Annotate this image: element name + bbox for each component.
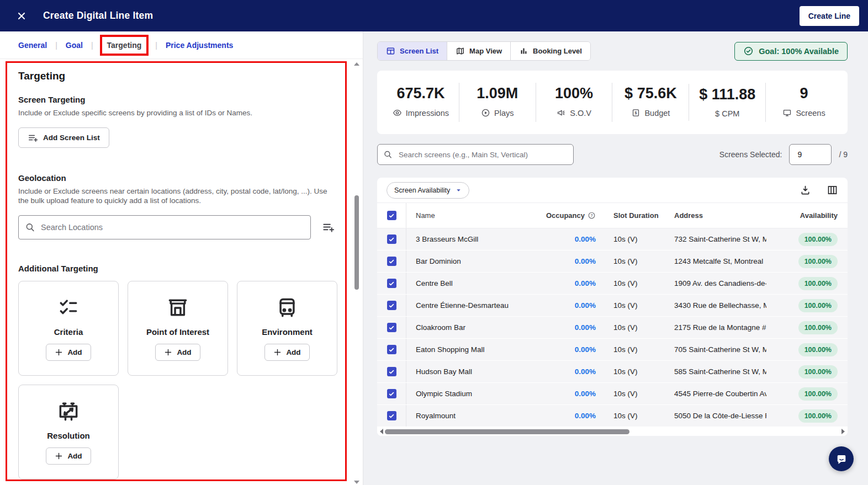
table-horizontal-scrollbar[interactable] (377, 427, 848, 436)
column-header-availability[interactable]: Availability (766, 211, 848, 220)
screen-name: Eaton Shopping Mall (406, 345, 542, 354)
occupancy-value[interactable]: 0.00% (542, 345, 596, 354)
search-screens-input[interactable] (377, 144, 574, 165)
table-row[interactable]: Centre Étienne-Desmarteau 0.00% 10s (V) … (377, 295, 848, 317)
page-title: Create Digital Line Item (43, 10, 153, 22)
plus-icon (164, 348, 172, 356)
checklist-icon (56, 296, 81, 320)
download-icon (800, 184, 811, 196)
row-checkbox[interactable] (387, 279, 396, 288)
screen-name: Olympic Stadium (406, 390, 542, 398)
slot-duration: 10s (V) (596, 301, 658, 310)
occupancy-value[interactable]: 0.00% (542, 279, 596, 287)
row-checkbox[interactable] (387, 257, 396, 266)
table-row[interactable]: Hudson Bay Mall 0.00% 10s (V) 585 Saint-… (377, 361, 848, 383)
availability-badge: 100.00% (798, 321, 838, 334)
occupancy-value[interactable]: 0.00% (542, 257, 596, 265)
help-icon[interactable]: ? (588, 211, 596, 220)
screen-availability-filter[interactable]: Screen Availability (387, 182, 469, 199)
scroll-down-arrow[interactable] (354, 481, 359, 484)
targeting-heading: Targeting (18, 70, 334, 82)
occupancy-value[interactable]: 0.00% (542, 323, 596, 332)
left-panel-scrollbar[interactable] (353, 62, 360, 484)
row-checkbox[interactable] (387, 411, 396, 420)
scroll-right-arrow[interactable] (841, 429, 845, 434)
targeting-section-annotation: Targeting Screen Targeting Include or Ex… (6, 61, 347, 481)
occupancy-value[interactable]: 0.00% (542, 367, 596, 376)
point-of-interest-card: Point of Interest Add (128, 281, 228, 376)
row-checkbox[interactable] (387, 389, 396, 398)
form-tabs: General | Goal | Targeting | Price Adjus… (0, 31, 363, 59)
row-checkbox[interactable] (387, 301, 396, 310)
table-row[interactable]: 3 Brasseurs McGill 0.00% 10s (V) 732 Sai… (377, 228, 848, 251)
row-checkbox[interactable] (387, 234, 396, 244)
card-label: Point of Interest (146, 327, 209, 337)
availability-badge: 100.00% (798, 343, 838, 356)
chevron-down-icon (456, 187, 462, 193)
column-header-slot-duration[interactable]: Slot Duration (596, 211, 658, 220)
tab-targeting[interactable]: Targeting (100, 35, 149, 56)
scrollbar-thumb[interactable] (354, 195, 359, 289)
environment-card: Environment Add (237, 281, 337, 376)
column-header-name[interactable]: Name (406, 211, 542, 220)
screen-name: Cloakroom Bar (406, 323, 542, 332)
create-digital-line-item-dialog: Create Digital Line Item Create Line Gen… (0, 0, 868, 485)
screens-selected-input[interactable] (789, 144, 832, 165)
table-row[interactable]: Eaton Shopping Mall 0.00% 10s (V) 705 Sa… (377, 339, 848, 361)
occupancy-value[interactable]: 0.00% (542, 235, 596, 243)
row-checkbox[interactable] (387, 345, 396, 354)
criteria-add-button[interactable]: Add (46, 344, 91, 361)
columns-button[interactable] (827, 184, 838, 196)
screen-address: 5050 De la Côte-de-Liesse R... (658, 412, 766, 420)
table-row[interactable]: Cloakroom Bar 0.00% 10s (V) 2175 Rue de … (377, 317, 848, 339)
availability-badge: 100.00% (798, 409, 838, 423)
select-all-checkbox[interactable] (387, 211, 396, 220)
bulk-upload-locations-button[interactable] (322, 221, 335, 233)
slot-duration: 10s (V) (596, 412, 658, 420)
stat-label: Impressions (406, 109, 449, 118)
download-button[interactable] (800, 184, 811, 196)
scroll-up-arrow[interactable] (354, 62, 359, 66)
slot-duration: 10s (V) (596, 390, 658, 398)
stat-plays: 1.09M Plays (459, 83, 536, 122)
tab-map-view[interactable]: Map View (447, 42, 510, 60)
tab-goal[interactable]: Goal (66, 41, 83, 50)
check-icon (388, 324, 395, 331)
close-button[interactable] (14, 9, 29, 23)
row-checkbox[interactable] (387, 367, 396, 376)
availability-badge: 100.00% (798, 255, 838, 268)
availability-badge: 100.00% (798, 299, 838, 312)
table-row[interactable]: Royalmount 0.00% 10s (V) 5050 De la Côte… (377, 405, 848, 427)
search-locations-input[interactable] (18, 215, 311, 239)
slot-duration: 10s (V) (596, 235, 658, 243)
resolution-add-button[interactable]: Add (46, 447, 91, 465)
occupancy-value[interactable]: 0.00% (542, 412, 596, 420)
tab-screen-list[interactable]: Screen List (378, 42, 447, 60)
column-header-occupancy[interactable]: Occupancy ? (542, 211, 596, 220)
environment-add-button[interactable]: Add (264, 344, 309, 361)
tab-separator: | (155, 41, 157, 50)
occupancy-value[interactable]: 0.00% (542, 390, 596, 398)
row-checkbox[interactable] (387, 323, 396, 332)
point-of-interest-add-button[interactable]: Add (155, 344, 200, 361)
tab-price-adjustments[interactable]: Price Adjustments (166, 41, 233, 50)
tab-booking-level[interactable]: Booking Level (510, 42, 590, 60)
add-screen-list-button[interactable]: Add Screen List (18, 127, 109, 148)
screen-targeting-description: Include or Exclude specific screens by p… (18, 108, 334, 118)
scroll-left-arrow[interactable] (380, 429, 383, 434)
table-row[interactable]: Olympic Stadium 0.00% 10s (V) 4545 Pierr… (377, 383, 848, 405)
create-line-button[interactable]: Create Line (800, 6, 859, 26)
tab-general[interactable]: General (18, 41, 47, 50)
occupancy-value[interactable]: 0.00% (542, 301, 596, 310)
chat-launcher-button[interactable] (829, 446, 854, 471)
table-row[interactable]: Bar Dominion 0.00% 10s (V) 1243 Metcalfe… (377, 251, 848, 273)
search-icon (25, 222, 35, 232)
criteria-card: Criteria Add (18, 281, 119, 376)
column-header-address[interactable]: Address (658, 211, 766, 220)
table-row[interactable]: Centre Bell 0.00% 10s (V) 1909 Av. des C… (377, 273, 848, 295)
scrollbar-thumb[interactable] (385, 429, 629, 434)
columns-icon (827, 184, 838, 196)
check-icon (388, 347, 395, 353)
screen-list-icon (386, 46, 395, 56)
add-label: Add (67, 452, 82, 460)
